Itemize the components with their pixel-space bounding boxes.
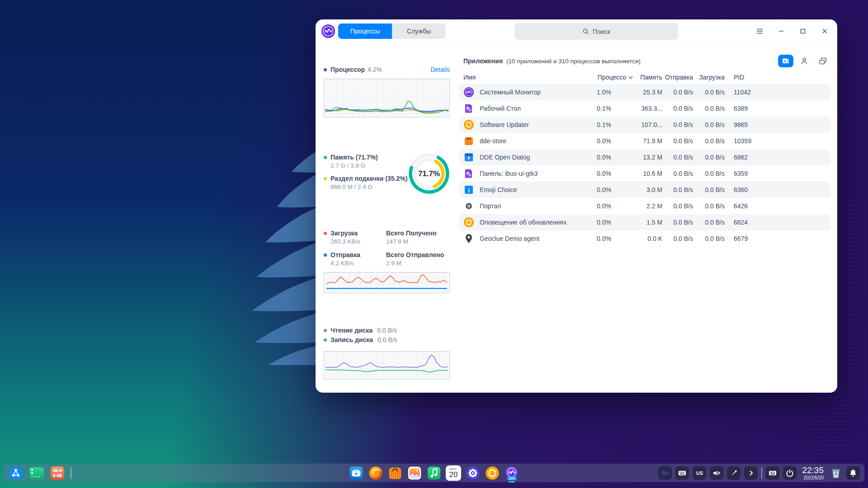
- clock-time: 22:35: [802, 466, 824, 474]
- image-viewer-button[interactable]: [407, 465, 422, 481]
- view-toggle-group: A: [778, 55, 830, 67]
- image-viewer-icon: [407, 465, 422, 481]
- memory-label: Память (71.7%): [330, 154, 378, 161]
- music-button[interactable]: [426, 465, 442, 481]
- firefox-button[interactable]: [368, 465, 383, 481]
- disk-write-label: Запись диска: [330, 336, 373, 343]
- volume-button[interactable]: [710, 466, 723, 480]
- system-monitor-dock-button[interactable]: CPU: [504, 465, 519, 481]
- screen-tools-button[interactable]: [727, 466, 741, 480]
- clock[interactable]: 22:35 2022/5/20: [802, 466, 824, 480]
- menu-button[interactable]: [749, 19, 770, 43]
- geoclue-icon: [463, 233, 474, 244]
- keyboard-layout-us-button[interactable]: US: [693, 466, 706, 480]
- search-placeholder: Поиск: [593, 28, 610, 35]
- download-value: 260.3 KB/s: [330, 238, 386, 245]
- table-row[interactable]: DDE Open Dialog 0.0% 13.2 M 0.0 B/s 0.0 …: [459, 149, 830, 165]
- sent-value: 2.9 M: [386, 260, 450, 267]
- column-load[interactable]: Загрузка: [693, 74, 725, 81]
- running-indicator: [392, 481, 398, 483]
- cpu-label: Процессор: [330, 66, 365, 73]
- software-updater-button[interactable]: [485, 465, 500, 481]
- speaker-icon: [712, 469, 721, 478]
- column-memory[interactable]: Память: [633, 74, 662, 81]
- minimize-button[interactable]: [770, 19, 792, 43]
- cpu-dot: [324, 68, 327, 71]
- trash-button[interactable]: [829, 466, 843, 480]
- view-all-processes-button[interactable]: [815, 55, 830, 67]
- file-manager-button[interactable]: [349, 465, 364, 481]
- table-row[interactable]: Оповещение об обновлениях 0.0% 1.5 M 0.0…: [459, 214, 830, 230]
- window-list-icon: [50, 465, 65, 481]
- table-row[interactable]: i Emoji Choice 0.0% 3.0 M 0.0 B/s 0.0 B/…: [459, 182, 830, 198]
- tab-processes[interactable]: Процессы: [338, 23, 392, 39]
- table-row[interactable]: dde-store 0.0% 71.9 M 0.0 B/s 0.0 B/s 10…: [459, 133, 830, 149]
- upload-value: 4.2 KB/s: [330, 260, 386, 267]
- view-applications-button[interactable]: A: [778, 55, 793, 67]
- calendar-day: 20: [449, 471, 458, 479]
- firefox-icon: [368, 465, 383, 481]
- column-cpu[interactable]: Процессо: [597, 74, 633, 81]
- memory-donut-chart: 71.7%: [406, 150, 453, 197]
- column-pid[interactable]: PID: [725, 74, 830, 81]
- summary-title: Приложения: [463, 57, 503, 65]
- shutdown-button[interactable]: [783, 466, 797, 480]
- keyboard-layout-ru-button[interactable]: RU: [658, 466, 672, 480]
- onscreen-keyboard-button[interactable]: [675, 466, 689, 480]
- desktop-icon: [463, 103, 474, 114]
- app-store-button[interactable]: [387, 465, 403, 481]
- tab-services[interactable]: Службы: [392, 23, 446, 39]
- download-label: Загрузка: [330, 230, 358, 237]
- control-center-icon: [465, 465, 481, 481]
- titlebar[interactable]: Процессы Службы Поиск: [316, 19, 837, 43]
- multitasking-view-button[interactable]: [29, 465, 44, 481]
- emoji-icon: i: [463, 184, 474, 195]
- calendar-button[interactable]: MAY 20: [446, 465, 461, 481]
- updater-icon: [463, 217, 474, 228]
- chevron-right-icon: [746, 469, 755, 478]
- view-my-processes-button[interactable]: [797, 55, 812, 67]
- table-row[interactable]: Портал 0.0% 2.2 M 0.0 B/s 0.0 B/s 6426: [459, 198, 830, 214]
- column-name[interactable]: Имя: [463, 74, 597, 81]
- received-label: Всего Получено: [386, 230, 450, 237]
- launcher-button[interactable]: [8, 465, 24, 481]
- memory-percent-text: 71.7%: [418, 169, 440, 178]
- all-processes-icon: [818, 56, 827, 66]
- sort-descending-icon: [628, 76, 633, 79]
- maximize-button[interactable]: [792, 19, 814, 43]
- close-icon: [821, 28, 828, 34]
- clock-date: 2022/5/20: [804, 476, 824, 480]
- window-list-button[interactable]: [50, 465, 65, 481]
- received-value: 147.8 M: [386, 238, 450, 245]
- file-manager-icon: [349, 465, 364, 481]
- trash-icon: [830, 467, 842, 479]
- tray-expand-button[interactable]: [744, 466, 758, 480]
- download-dot: [324, 232, 327, 235]
- dock-separator: [71, 467, 71, 479]
- brush-icon: [729, 469, 738, 478]
- disk-write-value: 0.0 B/s: [377, 336, 397, 343]
- keyboard-icon: [768, 469, 777, 478]
- table-row[interactable]: Рабочий Стол 0.1% 363.3... 0.0 B/s 0.0 B…: [459, 100, 830, 117]
- cpu-badge: CPU: [507, 477, 517, 480]
- table-row[interactable]: Geoclue Demo agent 0.0% 0.0 K 0.0 B/s 0.…: [459, 230, 830, 247]
- cpu-chart: [324, 79, 450, 117]
- open-dialog-icon: [463, 152, 474, 163]
- control-center-button[interactable]: [465, 465, 481, 481]
- svg-text:i: i: [468, 187, 470, 194]
- desktop-icon: [463, 168, 474, 179]
- table-row[interactable]: Панель: ibus-ui-gtk3 0.0% 10.6 M 0.0 B/s…: [459, 165, 830, 182]
- cpu-details-link[interactable]: Details: [430, 66, 450, 73]
- bell-icon: [849, 469, 858, 478]
- table-row[interactable]: Software Updater 0.1% 107.0... 0.0 B/s 0…: [459, 117, 830, 133]
- power-icon: [785, 469, 794, 478]
- notification-center-button[interactable]: [846, 466, 860, 480]
- input-method-button[interactable]: [766, 466, 779, 480]
- multitasking-icon: [29, 465, 44, 481]
- applications-view-icon: A: [781, 56, 790, 66]
- table-row[interactable]: Системный Монитор 1.0% 25.3 M 0.0 B/s 0.…: [459, 84, 830, 100]
- column-sent[interactable]: Отправка: [662, 74, 693, 81]
- close-button[interactable]: [814, 19, 835, 43]
- process-table-body: Системный Монитор 1.0% 25.3 M 0.0 B/s 0.…: [459, 84, 830, 247]
- search-input[interactable]: Поиск: [514, 23, 678, 40]
